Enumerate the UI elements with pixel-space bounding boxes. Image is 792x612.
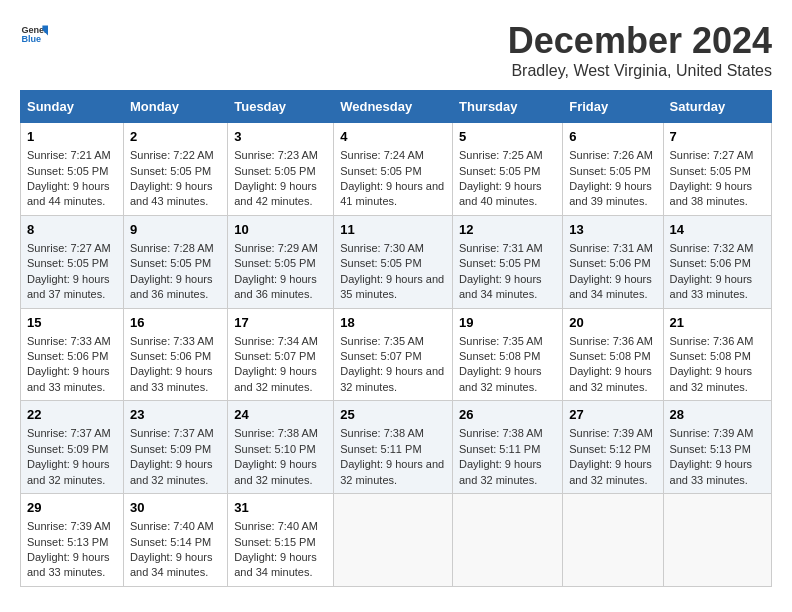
day-number: 31 [234,499,327,517]
day-number: 23 [130,406,221,424]
sunrise-text: Sunrise: 7:38 AM [459,426,556,441]
column-header-friday: Friday [563,91,663,123]
calendar-cell: 26Sunrise: 7:38 AMSunset: 5:11 PMDayligh… [453,401,563,494]
daylight-text: Daylight: 9 hours and 41 minutes. [340,179,446,210]
sunset-text: Sunset: 5:13 PM [27,535,117,550]
daylight-text: Daylight: 9 hours and 32 minutes. [27,457,117,488]
day-number: 25 [340,406,446,424]
daylight-text: Daylight: 9 hours and 32 minutes. [234,457,327,488]
day-number: 8 [27,221,117,239]
daylight-text: Daylight: 9 hours and 33 minutes. [670,457,765,488]
sunset-text: Sunset: 5:13 PM [670,442,765,457]
daylight-text: Daylight: 9 hours and 33 minutes. [130,364,221,395]
sunset-text: Sunset: 5:09 PM [27,442,117,457]
sunset-text: Sunset: 5:06 PM [130,349,221,364]
calendar-cell: 17Sunrise: 7:34 AMSunset: 5:07 PMDayligh… [228,308,334,401]
daylight-text: Daylight: 9 hours and 32 minutes. [569,364,656,395]
daylight-text: Daylight: 9 hours and 32 minutes. [340,364,446,395]
sunset-text: Sunset: 5:07 PM [234,349,327,364]
calendar-cell [334,494,453,587]
day-number: 5 [459,128,556,146]
column-header-wednesday: Wednesday [334,91,453,123]
day-number: 7 [670,128,765,146]
day-number: 16 [130,314,221,332]
logo: General Blue [20,20,48,48]
sunrise-text: Sunrise: 7:24 AM [340,148,446,163]
day-number: 15 [27,314,117,332]
sunrise-text: Sunrise: 7:31 AM [459,241,556,256]
day-number: 18 [340,314,446,332]
sunrise-text: Sunrise: 7:37 AM [27,426,117,441]
day-number: 13 [569,221,656,239]
calendar-cell: 5Sunrise: 7:25 AMSunset: 5:05 PMDaylight… [453,123,563,216]
calendar-cell: 12Sunrise: 7:31 AMSunset: 5:05 PMDayligh… [453,215,563,308]
sunrise-text: Sunrise: 7:33 AM [27,334,117,349]
sunset-text: Sunset: 5:15 PM [234,535,327,550]
sunset-text: Sunset: 5:10 PM [234,442,327,457]
day-number: 20 [569,314,656,332]
sunset-text: Sunset: 5:05 PM [340,164,446,179]
sunrise-text: Sunrise: 7:40 AM [234,519,327,534]
calendar-cell: 11Sunrise: 7:30 AMSunset: 5:05 PMDayligh… [334,215,453,308]
calendar-week-row: 15Sunrise: 7:33 AMSunset: 5:06 PMDayligh… [21,308,772,401]
daylight-text: Daylight: 9 hours and 36 minutes. [234,272,327,303]
sunrise-text: Sunrise: 7:35 AM [340,334,446,349]
sunrise-text: Sunrise: 7:38 AM [234,426,327,441]
calendar-cell: 2Sunrise: 7:22 AMSunset: 5:05 PMDaylight… [123,123,227,216]
sunset-text: Sunset: 5:05 PM [130,164,221,179]
daylight-text: Daylight: 9 hours and 43 minutes. [130,179,221,210]
sunset-text: Sunset: 5:09 PM [130,442,221,457]
day-number: 19 [459,314,556,332]
day-number: 11 [340,221,446,239]
day-number: 26 [459,406,556,424]
sunset-text: Sunset: 5:14 PM [130,535,221,550]
daylight-text: Daylight: 9 hours and 36 minutes. [130,272,221,303]
calendar-cell: 27Sunrise: 7:39 AMSunset: 5:12 PMDayligh… [563,401,663,494]
sunrise-text: Sunrise: 7:27 AM [27,241,117,256]
sunrise-text: Sunrise: 7:30 AM [340,241,446,256]
sunset-text: Sunset: 5:11 PM [340,442,446,457]
day-number: 12 [459,221,556,239]
sunrise-text: Sunrise: 7:28 AM [130,241,221,256]
calendar-cell: 29Sunrise: 7:39 AMSunset: 5:13 PMDayligh… [21,494,124,587]
sunrise-text: Sunrise: 7:23 AM [234,148,327,163]
column-header-monday: Monday [123,91,227,123]
svg-text:Blue: Blue [21,34,41,44]
calendar-cell: 4Sunrise: 7:24 AMSunset: 5:05 PMDaylight… [334,123,453,216]
day-number: 28 [670,406,765,424]
calendar-week-row: 1Sunrise: 7:21 AMSunset: 5:05 PMDaylight… [21,123,772,216]
sunset-text: Sunset: 5:05 PM [27,256,117,271]
day-number: 22 [27,406,117,424]
calendar-cell: 20Sunrise: 7:36 AMSunset: 5:08 PMDayligh… [563,308,663,401]
sunset-text: Sunset: 5:05 PM [569,164,656,179]
daylight-text: Daylight: 9 hours and 33 minutes. [27,364,117,395]
daylight-text: Daylight: 9 hours and 34 minutes. [459,272,556,303]
day-number: 29 [27,499,117,517]
daylight-text: Daylight: 9 hours and 32 minutes. [130,457,221,488]
sunrise-text: Sunrise: 7:31 AM [569,241,656,256]
sunset-text: Sunset: 5:05 PM [130,256,221,271]
daylight-text: Daylight: 9 hours and 35 minutes. [340,272,446,303]
day-number: 1 [27,128,117,146]
calendar-header: SundayMondayTuesdayWednesdayThursdayFrid… [21,91,772,123]
calendar-cell [453,494,563,587]
sunrise-text: Sunrise: 7:25 AM [459,148,556,163]
sunrise-text: Sunrise: 7:22 AM [130,148,221,163]
daylight-text: Daylight: 9 hours and 32 minutes. [340,457,446,488]
sunrise-text: Sunrise: 7:26 AM [569,148,656,163]
calendar-cell: 3Sunrise: 7:23 AMSunset: 5:05 PMDaylight… [228,123,334,216]
column-header-thursday: Thursday [453,91,563,123]
daylight-text: Daylight: 9 hours and 37 minutes. [27,272,117,303]
sunrise-text: Sunrise: 7:39 AM [670,426,765,441]
column-header-tuesday: Tuesday [228,91,334,123]
calendar-week-row: 22Sunrise: 7:37 AMSunset: 5:09 PMDayligh… [21,401,772,494]
calendar-cell: 31Sunrise: 7:40 AMSunset: 5:15 PMDayligh… [228,494,334,587]
calendar-week-row: 8Sunrise: 7:27 AMSunset: 5:05 PMDaylight… [21,215,772,308]
daylight-text: Daylight: 9 hours and 34 minutes. [130,550,221,581]
sunrise-text: Sunrise: 7:36 AM [569,334,656,349]
day-number: 9 [130,221,221,239]
sunset-text: Sunset: 5:08 PM [670,349,765,364]
daylight-text: Daylight: 9 hours and 32 minutes. [234,364,327,395]
sunset-text: Sunset: 5:05 PM [234,164,327,179]
calendar-cell [563,494,663,587]
